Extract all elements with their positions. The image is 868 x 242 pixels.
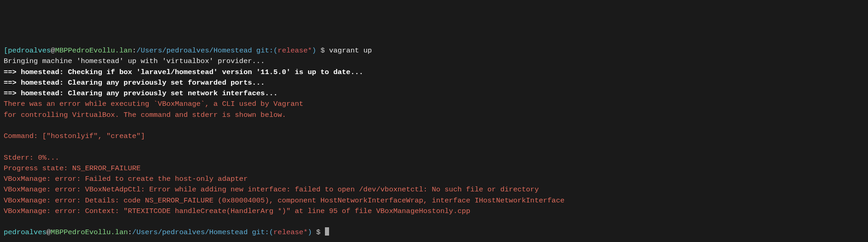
bracket-open: [ bbox=[4, 46, 8, 55]
blank-line bbox=[4, 142, 864, 152]
colon: : bbox=[132, 46, 136, 55]
prompt-line-1: [pedroalves@MBPPedroEvollu.lan:/Users/pe… bbox=[4, 46, 864, 56]
prompt-user: pedroalves bbox=[8, 46, 51, 55]
command-input: vagrant up bbox=[329, 46, 372, 55]
error-line: VBoxManage: error: Failed to create the … bbox=[4, 174, 864, 184]
error-line: VBoxManage: error: VBoxNetAdpCtl: Error … bbox=[4, 184, 864, 195]
error-line: Progress state: NS_ERROR_FAILURE bbox=[4, 163, 864, 174]
colon: : bbox=[128, 228, 132, 236]
prompt-path: /Users/pedroalves/Homestead bbox=[132, 228, 248, 236]
output-line-bold: ==> homestead: Checking if box 'laravel/… bbox=[4, 67, 864, 78]
git-close: ) bbox=[307, 228, 312, 236]
git-close: ) bbox=[312, 46, 316, 55]
error-line: Stderr: 0%... bbox=[4, 153, 864, 163]
terminal-output[interactable]: [pedroalves@MBPPedroEvollu.lan:/Users/pe… bbox=[4, 46, 864, 238]
error-line: VBoxManage: error: Context: "RTEXITCODE … bbox=[4, 206, 864, 217]
git-label: git:( bbox=[252, 46, 278, 55]
git-branch: release* bbox=[273, 228, 307, 236]
git-label: git:( bbox=[248, 228, 273, 236]
prompt-line-2: pedroalves@MBPPedroEvollu.lan:/Users/ped… bbox=[4, 227, 864, 238]
blank-line bbox=[4, 121, 864, 131]
prompt-path: /Users/pedroalves/Homestead bbox=[136, 46, 252, 55]
at-symbol: @ bbox=[46, 228, 51, 236]
error-line: VBoxManage: error: Details: code NS_ERRO… bbox=[4, 196, 864, 206]
at-symbol: @ bbox=[51, 46, 55, 55]
prompt-user: pedroalves bbox=[4, 228, 46, 236]
output-line-bold: ==> homestead: Clearing any previously s… bbox=[4, 88, 864, 99]
error-line: There was an error while executing `VBox… bbox=[4, 99, 864, 109]
prompt-dollar: $ bbox=[312, 228, 325, 236]
prompt-dollar: $ bbox=[316, 46, 329, 55]
prompt-host: MBPPedroEvollu.lan bbox=[51, 228, 127, 236]
output-line-bold: ==> homestead: Clearing any previously s… bbox=[4, 78, 864, 88]
cursor-icon[interactable] bbox=[325, 227, 329, 236]
blank-line bbox=[4, 217, 864, 227]
git-branch: release* bbox=[278, 46, 312, 55]
prompt-host: MBPPedroEvollu.lan bbox=[55, 46, 132, 55]
error-line: Command: ["hostonlyif", "create"] bbox=[4, 131, 864, 142]
error-line: for controlling VirtualBox. The command … bbox=[4, 110, 864, 121]
output-line: Bringing machine 'homestead' up with 'vi… bbox=[4, 56, 864, 67]
